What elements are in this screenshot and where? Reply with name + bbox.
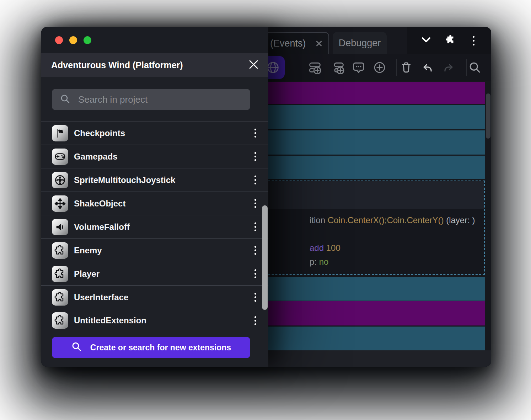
- list-item-userinterface[interactable]: UserInterface: [41, 285, 268, 309]
- extensions-list: Checkpoints Gamepads: [41, 121, 268, 332]
- list-item-volumefalloff[interactable]: VolumeFalloff: [41, 215, 268, 238]
- tab-debugger[interactable]: Debugger: [333, 32, 387, 54]
- add-comment-icon[interactable]: [352, 60, 366, 75]
- redo-icon[interactable]: [441, 60, 456, 75]
- screen: (Events) Debugger: [0, 0, 531, 420]
- tab-events[interactable]: (Events): [263, 32, 329, 54]
- list-item-label: Gamepads: [74, 152, 252, 162]
- minimize-window-button[interactable]: [69, 36, 77, 44]
- list-item-label: VolumeFalloff: [74, 222, 252, 232]
- event-row[interactable]: [254, 156, 485, 179]
- event-row[interactable]: [254, 130, 485, 155]
- add-sub-event-icon[interactable]: [331, 60, 345, 75]
- list-item-label: Player: [74, 269, 252, 279]
- puzzle-icon: [52, 289, 68, 306]
- event-action-line: ition Coin.CenterX();Coin.CenterY() (lay…: [310, 215, 475, 225]
- list-item-player[interactable]: Player: [41, 262, 268, 285]
- list-item-label: Enemy: [74, 246, 252, 255]
- toolbar-divider: [396, 59, 397, 76]
- list-item-label: UserInterface: [74, 292, 252, 302]
- search-icon: [71, 341, 82, 354]
- puzzle-icon: [52, 242, 68, 259]
- undo-icon[interactable]: [420, 60, 435, 75]
- create-extension-button[interactable]: Create or search for new extensions: [52, 337, 250, 358]
- list-item-shakeobject[interactable]: ShakeObject: [41, 192, 268, 215]
- kebab-menu-icon[interactable]: [252, 268, 258, 280]
- event-row[interactable]: [254, 82, 485, 104]
- close-window-button[interactable]: [55, 36, 63, 44]
- kebab-menu-icon[interactable]: [252, 315, 258, 327]
- kebab-menu-icon[interactable]: [252, 244, 258, 256]
- tab-bar-actions: [407, 27, 491, 54]
- puzzle-icon: [52, 266, 68, 282]
- search-events-icon[interactable]: [468, 60, 482, 75]
- add-event-icon[interactable]: [308, 60, 322, 75]
- move-arrows-icon: [52, 195, 68, 212]
- event-row[interactable]: [254, 327, 485, 350]
- event-action-line: add 100: [310, 243, 340, 253]
- add-circle-icon[interactable]: [372, 60, 387, 75]
- toolbar-divider: [466, 59, 467, 76]
- project-search[interactable]: [52, 89, 250, 110]
- event-condition-area: [254, 181, 484, 209]
- zoom-window-button[interactable]: [84, 36, 91, 44]
- project-manager-panel: Adventurous Wind (Platformer) Checkpoint…: [41, 27, 268, 367]
- puzzle-icon: [52, 312, 68, 329]
- event-action-line: p: no: [310, 257, 328, 267]
- list-item-label: Checkpoints: [74, 128, 252, 138]
- panel-scrollbar[interactable]: [262, 205, 268, 310]
- list-item-label: SpriteMultitouchJoystick: [74, 175, 252, 185]
- gamepad-icon: [52, 149, 68, 165]
- list-item-label: UntitledExtension: [74, 316, 252, 325]
- event-row[interactable]: [254, 105, 485, 129]
- event-row[interactable]: [254, 277, 485, 301]
- kebab-menu-icon[interactable]: [252, 221, 258, 233]
- joystick-icon: [52, 172, 68, 188]
- project-title: Adventurous Wind (Platformer): [51, 60, 183, 70]
- project-panel-header: Adventurous Wind (Platformer): [41, 53, 268, 77]
- kebab-menu-icon[interactable]: [252, 151, 258, 162]
- kebab-menu-icon[interactable]: [252, 198, 258, 209]
- events-scrollbar[interactable]: [486, 93, 490, 139]
- close-panel-icon[interactable]: [249, 60, 258, 71]
- kebab-menu-icon[interactable]: [252, 291, 258, 303]
- tab-debugger-label: Debugger: [339, 38, 381, 49]
- event-row-selected[interactable]: ition Coin.CenterX();Coin.CenterY() (lay…: [254, 181, 485, 275]
- list-item-checkpoints[interactable]: Checkpoints: [41, 121, 268, 145]
- kebab-menu-icon[interactable]: [252, 174, 258, 186]
- tab-close-icon[interactable]: [316, 41, 322, 47]
- flag-icon: [52, 125, 68, 141]
- event-row[interactable]: [254, 301, 485, 325]
- extensions-puzzle-icon[interactable]: [445, 34, 456, 47]
- list-item-gamepads[interactable]: Gamepads: [41, 145, 268, 168]
- trash-icon[interactable]: [399, 60, 413, 75]
- list-item-enemy[interactable]: Enemy: [41, 238, 268, 262]
- window-titlebar: [41, 27, 268, 53]
- search-icon: [60, 93, 70, 106]
- list-item-label: ShakeObject: [74, 199, 252, 209]
- tab-events-label: (Events): [270, 38, 306, 49]
- list-item-untitledextension[interactable]: UntitledExtension: [41, 309, 268, 332]
- list-item-spritemultitouchjoystick[interactable]: SpriteMultitouchJoystick: [41, 168, 268, 192]
- speaker-icon: [52, 219, 68, 235]
- create-extension-label: Create or search for new extensions: [90, 343, 231, 352]
- kebab-menu-icon[interactable]: [252, 127, 258, 139]
- window-kebab-menu-icon[interactable]: [471, 34, 477, 47]
- chevron-down-icon[interactable]: [422, 37, 431, 44]
- search-input[interactable]: [78, 94, 242, 105]
